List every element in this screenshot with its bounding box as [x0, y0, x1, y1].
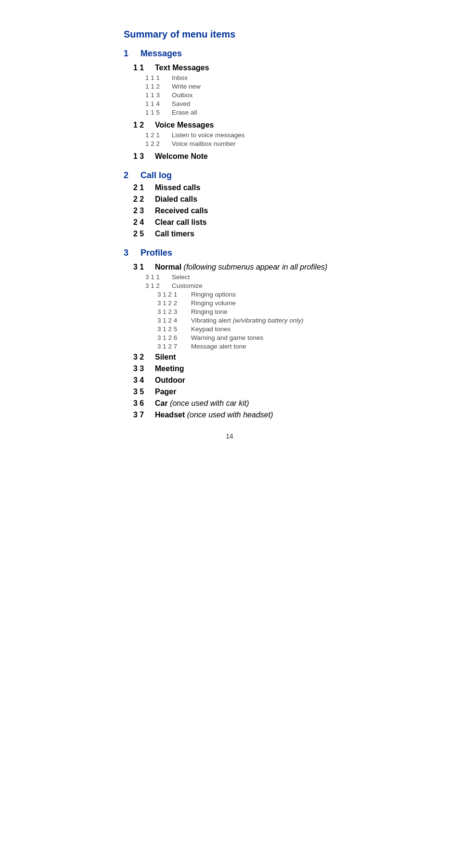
subsection-1-3-header: 1 3 Welcome Note: [124, 152, 355, 161]
item-3-1-2-5: 3 1 2 5 Keypad tones: [124, 325, 355, 333]
section-1-header: 1 Messages: [124, 49, 355, 59]
item-1-2-2: 1 2 2 Voice mailbox number: [124, 140, 355, 147]
section-3-label: Profiles: [140, 248, 172, 258]
page-container: Summary of menu items 1 Messages 1 1 Tex…: [85, 0, 374, 459]
item-3-1-2-6: 3 1 2 6 Warning and game tones: [124, 334, 355, 341]
item-3-3: 3 3 Meeting: [124, 364, 355, 373]
subsection-1-2-header: 1 2 Voice Messages: [124, 121, 355, 130]
subsection-3-1-note: (following submenus appear in all profil…: [184, 263, 328, 271]
item-3-1-2-1: 3 1 2 1 Ringing options: [124, 291, 355, 298]
page-title: Summary of menu items: [124, 29, 355, 40]
page-number: 14: [226, 432, 233, 440]
item-3-1-2-4: 3 1 2 4 Vibrating alert (w/vibrating bat…: [124, 317, 355, 324]
subsection-3-1-header: 3 1 Normal (following submenus appear in…: [124, 263, 355, 272]
item-3-4: 3 4 Outdoor: [124, 376, 355, 385]
section-2-header: 2 Call log: [124, 170, 355, 181]
item-3-1-1: 3 1 1 Select: [124, 273, 355, 281]
item-2-3: 2 3 Received calls: [124, 207, 355, 215]
item-2-1: 2 1 Missed calls: [124, 183, 355, 192]
item-1-1-1: 1 1 1 Inbox: [124, 74, 355, 81]
item-3-7-note: (once used with headset): [187, 411, 273, 419]
subsection-1-2-num: 1 2: [133, 121, 150, 130]
item-3-7: 3 7 Headset (once used with headset): [124, 411, 355, 419]
item-3-1-2-2: 3 1 2 2 Ringing volume: [124, 299, 355, 307]
item-3-1-2: 3 1 2 Customize: [124, 282, 355, 289]
section-1-label: Messages: [140, 49, 182, 59]
item-2-5: 2 5 Call timers: [124, 230, 355, 238]
section-1-num: 1: [124, 49, 136, 59]
item-3-2: 3 2 Silent: [124, 353, 355, 362]
item-1-2-1: 1 2 1 Listen to voice messages: [124, 131, 355, 139]
subsection-1-1-header: 1 1 Text Messages: [124, 64, 355, 72]
item-3-1-2-4-note: (w/vibrating battery only): [233, 317, 304, 324]
item-3-6-note: (once used with car kit): [170, 399, 249, 407]
subsection-1-1-label: Text Messages: [155, 64, 209, 72]
item-2-4: 2 4 Clear call lists: [124, 218, 355, 227]
item-3-1-2-3: 3 1 2 3 Ringing tone: [124, 308, 355, 315]
section-2-num: 2: [124, 170, 136, 181]
subsection-1-2-label: Voice Messages: [155, 121, 214, 130]
item-3-5: 3 5 Pager: [124, 388, 355, 396]
subsection-3-1-label: Normal (following submenus appear in all…: [155, 263, 327, 272]
item-3-6: 3 6 Car (once used with car kit): [124, 399, 355, 408]
item-1-1-3: 1 1 3 Outbox: [124, 91, 355, 99]
item-1-1-4: 1 1 4 Saved: [124, 100, 355, 107]
subsection-3-1-num: 3 1: [133, 263, 150, 272]
subsection-1-1-num: 1 1: [133, 64, 150, 72]
item-1-1-2: 1 1 2 Write new: [124, 83, 355, 90]
item-1-1-5: 1 1 5 Erase all: [124, 109, 355, 116]
section-3-num: 3: [124, 248, 136, 258]
section-2-label: Call log: [140, 170, 172, 181]
item-3-1-2-7: 3 1 2 7 Message alert tone: [124, 343, 355, 350]
section-3-header: 3 Profiles: [124, 248, 355, 258]
item-2-2: 2 2 Dialed calls: [124, 195, 355, 204]
subsection-1-3-label: Welcome Note: [155, 152, 208, 161]
subsection-1-3-num: 1 3: [133, 152, 150, 161]
